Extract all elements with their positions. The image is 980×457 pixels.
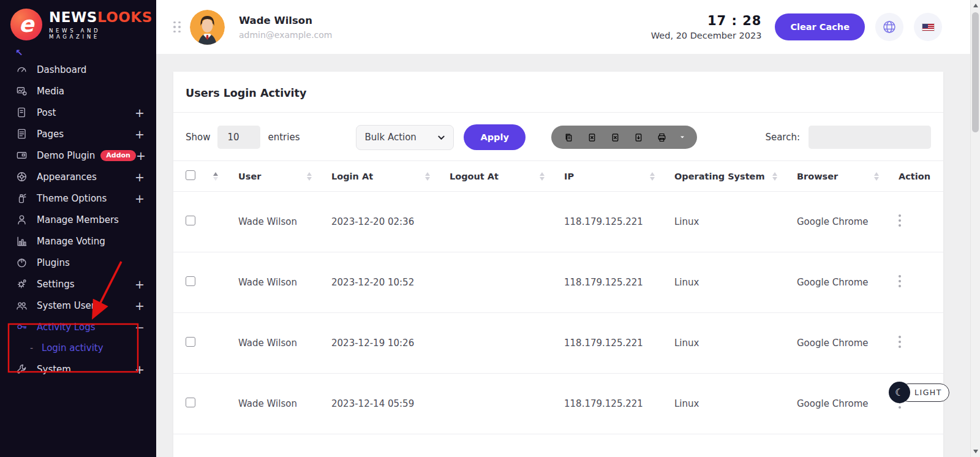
sidebar-item-settings[interactable]: Settings+ — [0, 273, 156, 295]
addon-badge: Addon — [100, 150, 136, 161]
sort-arrows-icon[interactable] — [307, 172, 314, 181]
entries-count-input[interactable] — [217, 126, 260, 149]
select-all-checkbox[interactable] — [186, 170, 195, 180]
row-actions-menu-icon[interactable] — [899, 203, 938, 241]
sidebar-item-manage-members[interactable]: Manage Members — [0, 209, 156, 230]
cell-ip: 118.179.125.221 — [552, 434, 662, 457]
language-button[interactable] — [875, 13, 903, 41]
sidebar-item-label: Activity Logs — [37, 322, 95, 333]
expand-plus-icon[interactable]: + — [135, 363, 145, 376]
sidebar-item-post[interactable]: Post+ — [0, 102, 156, 123]
column-header-action: Action — [886, 161, 943, 192]
sidebar-item-media[interactable]: Media — [0, 80, 156, 102]
expand-plus-icon[interactable]: + — [135, 278, 145, 291]
collapse-minus-icon[interactable]: − — [135, 320, 145, 334]
table-row: Wade Wilson2023-12-19 10:26118.179.125.2… — [173, 313, 943, 374]
sort-arrows-icon[interactable] — [650, 172, 657, 181]
sidebar-item-system[interactable]: System+ — [0, 358, 156, 380]
row-checkbox[interactable] — [186, 398, 195, 407]
sidebar-item-label: Manage Members — [37, 214, 119, 225]
user-email: admin@example.com — [239, 30, 332, 40]
vertical-scrollbar[interactable] — [970, 0, 980, 457]
scrollbar-thumb[interactable] — [972, 12, 979, 132]
sidebar-item-label: Demo Plugin — [37, 150, 95, 161]
column-header-login-at[interactable]: Login At — [319, 161, 437, 192]
export-pdf-button[interactable] — [627, 132, 650, 143]
export-csv-button[interactable] — [604, 132, 627, 143]
locale-flag-button[interactable] — [914, 13, 942, 41]
apply-button[interactable]: Apply — [464, 124, 525, 150]
row-checkbox[interactable] — [186, 216, 195, 225]
expand-plus-icon[interactable]: + — [135, 192, 145, 205]
media-icon — [16, 85, 28, 97]
cell-login_at: 2023-12-14 05:59 — [319, 374, 437, 434]
expand-plus-icon[interactable]: + — [135, 299, 145, 312]
row-checkbox[interactable] — [186, 276, 195, 286]
sort-arrows-icon[interactable] — [772, 172, 780, 181]
export-print-button[interactable] — [650, 132, 674, 143]
cell-login_at: 2023-12-20 10:52 — [319, 252, 437, 313]
scroll-up-icon[interactable] — [973, 4, 978, 7]
cell-browser: Google Chrome — [785, 434, 886, 457]
expand-plus-icon[interactable]: + — [136, 149, 146, 162]
row-actions-menu-icon[interactable] — [899, 324, 938, 362]
sidebar-item-manage-voting[interactable]: Manage Voting — [0, 230, 156, 252]
sidebar-subitem-login-activity[interactable]: -Login activity — [0, 338, 156, 358]
sidebar-item-theme-options[interactable]: Theme Options+ — [0, 187, 156, 209]
table-body: Wade Wilson2023-12-20 02:36118.179.125.2… — [173, 192, 943, 457]
cell-logout_at — [437, 192, 552, 252]
theme-toggle[interactable]: ☾ LIGHT — [889, 382, 949, 403]
cell-login_at: 2023-12-19 10:26 — [319, 313, 437, 374]
show-label: Show — [186, 132, 210, 143]
sidebar-item-pages[interactable]: Pages+ — [0, 123, 156, 145]
aperture-icon — [16, 171, 28, 183]
sort-arrows-icon[interactable] — [540, 172, 547, 181]
brand[interactable]: e NEWSLOOKS NEWS AND MAGAZINE — [0, 0, 156, 40]
column-header-operating-system[interactable]: Operating System — [662, 161, 785, 192]
sidebar-item-label: Settings — [37, 279, 75, 290]
column-header-user[interactable]: User — [226, 161, 319, 192]
sidebar-item-dashboard[interactable]: Dashboard — [0, 59, 156, 80]
column-label: IP — [564, 172, 574, 181]
sidebar-item-demo-plugin[interactable]: Demo PluginAddon+ — [0, 145, 156, 166]
expand-plus-icon[interactable]: + — [135, 127, 145, 141]
spray-icon — [16, 192, 28, 205]
bulk-action-select[interactable]: Bulk Action — [356, 125, 454, 150]
column-header-logout-at[interactable]: Logout At — [437, 161, 552, 192]
column-header-browser[interactable]: Browser — [785, 161, 886, 192]
export-excel-button[interactable] — [581, 132, 604, 143]
print-icon — [657, 132, 667, 143]
row-checkbox[interactable] — [186, 337, 195, 347]
search-input[interactable] — [809, 126, 931, 149]
row-actions-menu-icon[interactable] — [899, 445, 938, 457]
export-copy-button[interactable] — [557, 132, 581, 143]
sidebar-item-label: Manage Voting — [37, 236, 105, 247]
scroll-down-icon[interactable] — [973, 450, 978, 453]
clear-cache-button[interactable]: Clear Cache — [775, 13, 865, 40]
chevron-down-icon — [437, 134, 445, 142]
sidebar-item-activity-logs[interactable]: Activity Logs− — [0, 316, 156, 338]
table-row: Wade Wilson2023-12-14 05:59118.179.125.2… — [173, 374, 943, 434]
row-actions-menu-icon[interactable] — [899, 263, 938, 301]
column-header-ip[interactable]: IP — [552, 161, 662, 192]
grip-dots-icon[interactable] — [173, 21, 181, 33]
sidebar-collapse-icon[interactable]: ↖ — [0, 40, 156, 59]
subitem-dash: - — [30, 343, 33, 353]
expand-plus-icon[interactable]: + — [135, 170, 145, 184]
sort-arrows-icon[interactable] — [425, 172, 432, 181]
cell-browser: Google Chrome — [785, 252, 886, 313]
avatar[interactable] — [190, 10, 225, 45]
sidebar-item-system-users[interactable]: System Users+ — [0, 295, 156, 316]
sidebar-item-appearances[interactable]: Appearances+ — [0, 166, 156, 187]
cell-user: Wade Wilson — [226, 434, 319, 457]
sort-arrows-icon[interactable] — [874, 172, 881, 181]
cell-user: Wade Wilson — [226, 192, 319, 252]
brand-tagline: NEWS AND MAGAZINE — [49, 28, 153, 40]
export-more-button[interactable] — [674, 134, 691, 141]
sidebar-item-label: System — [37, 364, 71, 375]
sidebar-item-plugins[interactable]: Plugins — [0, 252, 156, 273]
cell-browser: Google Chrome — [785, 192, 886, 252]
expand-plus-icon[interactable]: + — [135, 106, 145, 119]
column-label: Logout At — [450, 172, 499, 181]
sort-ascending-icon[interactable] — [210, 172, 221, 181]
